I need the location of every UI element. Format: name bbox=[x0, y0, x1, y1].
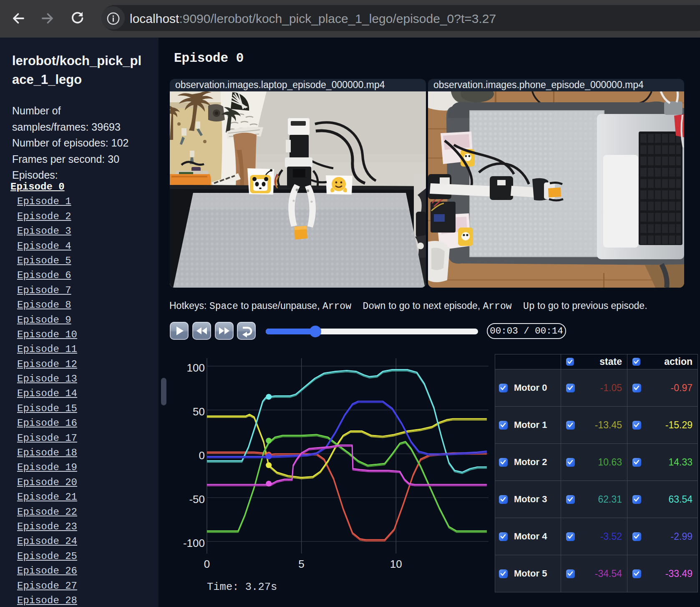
svg-text:10: 10 bbox=[390, 558, 402, 570]
svg-text:Time: 3.27s: Time: 3.27s bbox=[207, 581, 277, 593]
svg-text:5: 5 bbox=[298, 558, 304, 570]
svg-text:-50: -50 bbox=[189, 493, 205, 506]
svg-text:0: 0 bbox=[204, 558, 210, 570]
svg-text:-100: -100 bbox=[183, 537, 205, 549]
svg-text:0: 0 bbox=[199, 449, 205, 462]
svg-text:100: 100 bbox=[187, 362, 205, 374]
svg-text:50: 50 bbox=[193, 405, 205, 418]
